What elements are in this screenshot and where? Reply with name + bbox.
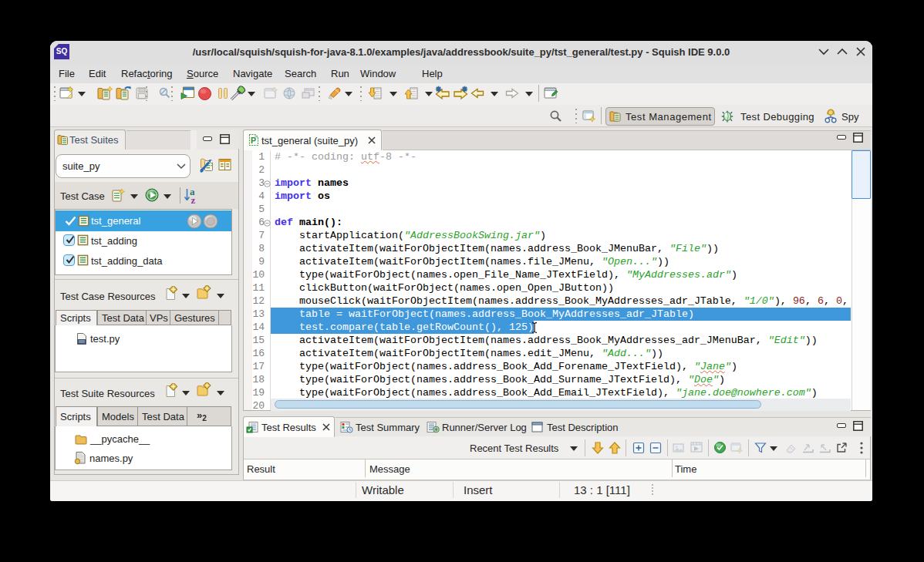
svg-text:P: P — [251, 136, 256, 145]
svg-text:z: z — [191, 194, 196, 204]
